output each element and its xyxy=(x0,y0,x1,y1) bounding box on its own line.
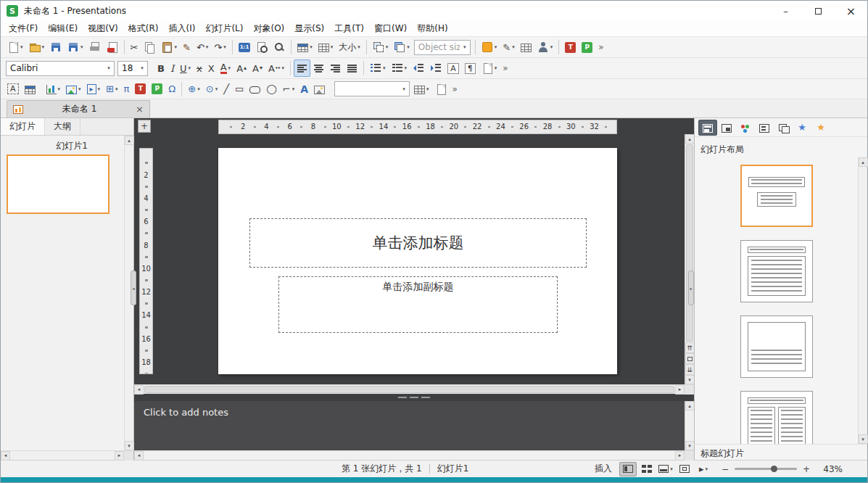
tab-outline[interactable]: 大纲 xyxy=(45,118,80,135)
actual-size[interactable]: 1:1 xyxy=(236,38,254,56)
bullet-list[interactable]: ▾ xyxy=(367,59,389,77)
tab-stop-selector[interactable]: + xyxy=(138,120,151,133)
scroll-right-icon[interactable]: ▸ xyxy=(675,451,685,461)
undo[interactable]: ↶▾ xyxy=(194,38,211,56)
scroll-down-icon[interactable]: ▾ xyxy=(859,434,868,444)
insert-textmaker-object[interactable]: T xyxy=(132,80,149,98)
maximize-button[interactable] xyxy=(802,1,835,21)
layout-thumb-content[interactable] xyxy=(740,240,813,302)
vertical-ruler-band[interactable]: 24681012141618 xyxy=(139,148,153,374)
scroll-down-icon[interactable]: ▾ xyxy=(125,441,134,450)
slide-canvas[interactable]: 单击添加标题 单击添加副标题 xyxy=(154,134,685,384)
format-painter[interactable]: ✎ xyxy=(180,38,194,56)
font-color[interactable]: A▾ xyxy=(218,59,233,77)
group-objects[interactable]: ▾ xyxy=(370,38,392,56)
arrange-objects[interactable]: ▾ xyxy=(391,38,413,56)
strikethrough[interactable]: x xyxy=(194,59,205,77)
arrange-objects-dropdown-icon[interactable]: ▾ xyxy=(407,44,410,50)
horizontal-ruler-band[interactable]: 2468101214161820222426283032 xyxy=(218,120,617,134)
insert-ole-object-dropdown-icon[interactable]: ▾ xyxy=(115,86,118,92)
text-case[interactable]: X xyxy=(205,59,218,77)
standard-toolbar-overflow[interactable]: » xyxy=(595,38,606,56)
scroll-left-icon[interactable]: ◂ xyxy=(134,451,144,461)
collapse-left-panel-icon[interactable]: ◂ xyxy=(131,271,136,305)
draw-connector-dropdown-icon[interactable]: ▾ xyxy=(292,86,295,92)
char-spacing-dropdown-icon[interactable]: ▾ xyxy=(282,65,285,71)
menu-item[interactable]: 文件(F) xyxy=(4,21,43,36)
start-presentation-dropdown-icon[interactable]: ▾ xyxy=(706,466,708,472)
font-size[interactable]: 18▾ xyxy=(117,61,148,76)
sidebar-slide-design[interactable] xyxy=(717,120,736,136)
open-document[interactable]: ▾ xyxy=(26,38,48,56)
menu-item[interactable]: 帮助(H) xyxy=(412,21,452,36)
export-pdf[interactable] xyxy=(104,38,121,56)
minimize-button[interactable]: – xyxy=(769,1,802,21)
cut[interactable]: ✂ xyxy=(128,38,141,56)
textmaker[interactable]: T xyxy=(562,38,579,56)
insert-photo-frame[interactable] xyxy=(311,80,328,98)
underline-dropdown-icon[interactable]: ▾ xyxy=(189,65,191,71)
view-notes-dropdown-icon[interactable]: ▾ xyxy=(670,466,673,472)
insert-mode-indicator[interactable]: 插入 xyxy=(595,463,612,475)
collapse-right-panel-icon[interactable]: ▸ xyxy=(688,271,694,305)
insert-media-dropdown-icon[interactable]: ▾ xyxy=(98,86,101,92)
insert-chart[interactable]: ▾ xyxy=(44,80,64,98)
table-tools[interactable] xyxy=(518,38,534,56)
sidebar-slide-layout[interactable] xyxy=(698,120,717,136)
grow-font[interactable]: A▴ xyxy=(233,59,249,77)
underline[interactable]: U▾ xyxy=(177,59,194,77)
scroll-up-icon[interactable]: ▴ xyxy=(685,401,695,410)
sidebar-animations[interactable]: ★ xyxy=(793,120,811,136)
insert-media[interactable]: ▸▾ xyxy=(84,80,104,98)
menu-item[interactable]: 插入(I) xyxy=(164,21,201,36)
draw-freehand[interactable]: ✎▾ xyxy=(500,38,517,56)
insert-table[interactable]: ▾ xyxy=(294,38,315,56)
font-size-dropdown-icon[interactable]: ▾ xyxy=(137,65,147,71)
font-name-dropdown-icon[interactable]: ▾ xyxy=(104,65,114,71)
zoom-page[interactable] xyxy=(253,38,270,56)
insert-symbol[interactable]: Ω xyxy=(165,80,178,98)
redo-dropdown-icon[interactable]: ▾ xyxy=(223,44,226,50)
scroll-down-icon[interactable]: ▾ xyxy=(685,441,695,450)
insert-equation[interactable]: π xyxy=(121,80,133,98)
view-slide-sorter[interactable] xyxy=(638,462,656,476)
previous-slide-icon[interactable]: ⇈ xyxy=(685,342,695,353)
print[interactable] xyxy=(86,38,104,56)
slide-transition[interactable]: ⊙▾ xyxy=(203,80,220,98)
menu-item[interactable]: 工具(T) xyxy=(329,21,369,36)
scroll-right-icon[interactable]: ▸ xyxy=(675,385,685,395)
slide-thumbnail[interactable] xyxy=(7,154,109,214)
scroll-left-icon[interactable]: ◂ xyxy=(134,385,144,395)
object-list[interactable]: ▾ xyxy=(334,81,410,96)
animation-scheme-dropdown-icon[interactable]: ▾ xyxy=(197,86,200,92)
user-data[interactable]: ▾ xyxy=(534,38,556,56)
view-handout[interactable] xyxy=(676,462,693,476)
grid-guides[interactable]: ▾ xyxy=(411,80,432,98)
new-document-dropdown-icon[interactable]: ▾ xyxy=(20,44,23,50)
group-objects-dropdown-icon[interactable]: ▾ xyxy=(386,44,389,50)
object-toolbar-overflow[interactable]: » xyxy=(450,80,460,98)
menu-item[interactable]: 显示(S) xyxy=(289,21,329,36)
notes-placeholder[interactable]: Click to add notes xyxy=(134,401,685,418)
user-data-dropdown-icon[interactable]: ▾ xyxy=(550,44,553,50)
insert-text-frame[interactable]: A xyxy=(4,80,22,98)
menu-item[interactable]: 格式(R) xyxy=(123,21,164,36)
save-as-dropdown-icon[interactable]: ▾ xyxy=(80,44,83,50)
shrink-font[interactable]: A▾ xyxy=(249,59,265,77)
open-document-dropdown-icon[interactable]: ▾ xyxy=(42,44,45,50)
new-document[interactable]: ▾ xyxy=(4,38,26,56)
canvas-scroll-track[interactable] xyxy=(685,144,694,342)
numbered-list-dropdown-icon[interactable]: ▾ xyxy=(405,65,408,71)
draw-connector[interactable]: ⌐▾ xyxy=(280,80,297,98)
slide-transition-dropdown-icon[interactable]: ▾ xyxy=(215,86,218,92)
slides-panel-hscroll-track[interactable] xyxy=(10,451,115,460)
menu-item[interactable]: 窗口(W) xyxy=(369,21,412,36)
insert-table[interactable] xyxy=(22,80,38,98)
sidebar-slide-master[interactable] xyxy=(755,120,774,136)
object-size-combo[interactable]: Object size▾ xyxy=(414,40,471,55)
paragraph-format[interactable]: ¶ xyxy=(462,59,479,77)
zoom-slider[interactable] xyxy=(735,468,797,470)
paste[interactable]: ▾ xyxy=(158,38,180,56)
increase-indent[interactable] xyxy=(427,59,445,77)
bold[interactable]: B xyxy=(154,59,168,77)
